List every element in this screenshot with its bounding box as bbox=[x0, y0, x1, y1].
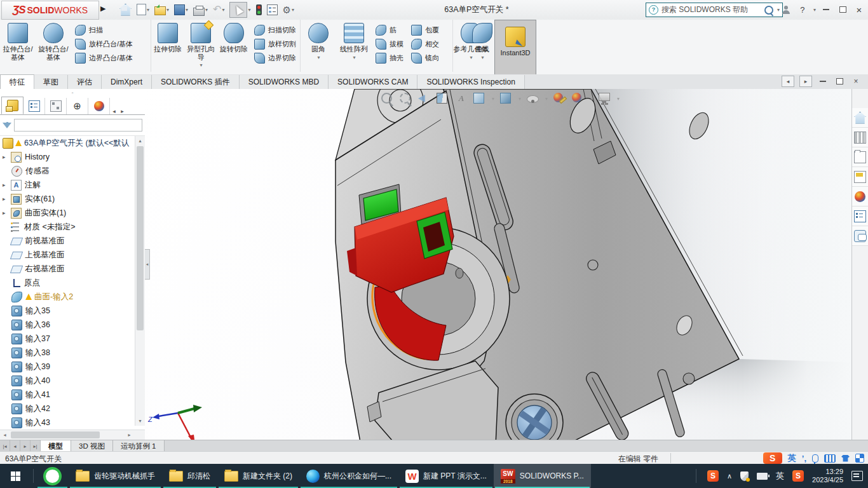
zoom-to-area-button[interactable] bbox=[400, 93, 412, 105]
tab-addins[interactable]: SOLIDWORKS 插件 bbox=[152, 75, 240, 89]
tree-filter-input[interactable] bbox=[14, 119, 142, 132]
hole-wizard-button[interactable]: 异型孔向导 ▾ bbox=[184, 20, 217, 70]
taskbar-item-solidworks[interactable]: SW2018 SOLIDWORKS P... bbox=[494, 464, 591, 488]
tab-features[interactable]: 特征 bbox=[0, 74, 34, 90]
tree-item-import35[interactable]: 输入35 bbox=[0, 304, 145, 318]
sogou-tray-icon[interactable]: S bbox=[707, 470, 719, 482]
tab-model[interactable]: 模型 bbox=[41, 440, 71, 452]
tree-item-solid-bodies[interactable]: ▸实体(61) bbox=[0, 192, 145, 206]
doc-restore-button[interactable] bbox=[834, 76, 845, 86]
next-window-button[interactable]: ▸ bbox=[799, 76, 812, 87]
menu-expand-icon[interactable]: ▶ bbox=[100, 4, 105, 13]
next-tab-button[interactable]: ▸ bbox=[20, 440, 31, 452]
scroll-thumb[interactable] bbox=[11, 431, 100, 438]
panel-splitter-handle[interactable]: ◦ bbox=[0, 89, 145, 96]
curves-button[interactable]: 曲线 ▾ bbox=[470, 20, 494, 62]
sogou-icon[interactable]: S bbox=[763, 452, 782, 464]
fillet-button[interactable]: 圆角 ▾ bbox=[301, 20, 336, 62]
panel-tabs-scroll-left[interactable]: ◂ bbox=[110, 108, 118, 114]
keyboard-icon[interactable] bbox=[824, 454, 836, 463]
tab-property-manager[interactable] bbox=[24, 98, 45, 114]
revolve-cut-button[interactable]: 旋转切除 bbox=[217, 20, 250, 53]
loft-cut-button[interactable]: 放样切割 bbox=[254, 39, 296, 50]
taskpane-view-palette-button[interactable] bbox=[852, 167, 868, 187]
ime-skin-icon[interactable] bbox=[841, 455, 850, 462]
mirror-button[interactable]: 镜向 bbox=[411, 53, 439, 64]
linear-pattern-button[interactable]: 线性阵列 ▾ bbox=[336, 20, 372, 62]
instant3d-button[interactable]: Instant3D bbox=[494, 20, 536, 79]
scroll-right-icon[interactable]: ▸ bbox=[125, 430, 134, 440]
tab-3d-views[interactable]: 3D 视图 bbox=[71, 440, 113, 452]
restore-button[interactable] bbox=[836, 3, 849, 16]
tree-item-top-plane[interactable]: 上视基准面 bbox=[0, 248, 145, 262]
tab-inspection[interactable]: SOLIDWORKS Inspection bbox=[417, 75, 524, 89]
extrude-cut-button[interactable]: 拉伸切除 bbox=[151, 20, 184, 53]
power-icon[interactable] bbox=[757, 473, 768, 480]
previous-view-button[interactable] bbox=[418, 93, 431, 105]
taskbar-item-folder1[interactable]: 齿轮驱动机械抓手 bbox=[69, 464, 162, 488]
shell-button[interactable]: 抽壳 bbox=[376, 53, 403, 64]
tree-item-origin[interactable]: 原点 bbox=[0, 276, 145, 290]
prev-window-button[interactable]: ◂ bbox=[782, 76, 794, 87]
doc-close-button[interactable]: × bbox=[850, 76, 862, 86]
extrude-boss-button[interactable]: 拉伸凸台/基体 bbox=[0, 20, 36, 61]
hide-show-items-button[interactable] bbox=[527, 93, 539, 105]
account-button[interactable] bbox=[780, 3, 792, 16]
panel-tabs-scroll-right[interactable]: ▸ bbox=[118, 108, 126, 114]
rib-button[interactable]: 筋 bbox=[376, 25, 403, 36]
sweep-button[interactable]: 扫描 bbox=[75, 25, 133, 36]
tree-item-import36[interactable]: 输入36 bbox=[0, 318, 145, 332]
save-button[interactable]: ▾ bbox=[174, 3, 188, 17]
tab-display-manager[interactable] bbox=[88, 98, 110, 114]
prev-tab-button[interactable]: ◂ bbox=[10, 440, 20, 452]
print-button[interactable]: ▾ bbox=[193, 3, 208, 17]
scroll-thumb[interactable] bbox=[137, 146, 144, 330]
tray-ime-language[interactable]: 英 bbox=[776, 470, 784, 482]
intersect-button[interactable]: 相交 bbox=[411, 39, 439, 50]
help-button[interactable]: ? bbox=[796, 3, 809, 16]
doc-minimize-button[interactable] bbox=[817, 76, 829, 86]
tree-item-history[interactable]: ▸History bbox=[0, 150, 145, 164]
sogou-tray-icon2[interactable]: S bbox=[792, 470, 804, 482]
tree-item-import41[interactable]: 输入41 bbox=[0, 388, 145, 402]
ime-punctuation-toggle[interactable]: ’, bbox=[802, 454, 806, 463]
tree-vertical-scrollbar[interactable]: ▴ ▾ bbox=[135, 136, 145, 426]
tree-item-import37[interactable]: 输入37 bbox=[0, 332, 145, 346]
ime-toolbox-icon[interactable] bbox=[855, 454, 864, 463]
settings-button[interactable]: ⚙▾ bbox=[283, 3, 294, 17]
start-button[interactable] bbox=[0, 464, 31, 488]
apply-scene-button[interactable] bbox=[572, 93, 585, 105]
options-list-button[interactable] bbox=[267, 3, 278, 17]
tray-expand-icon[interactable]: ∧ bbox=[727, 472, 732, 480]
sweep-cut-button[interactable]: 扫描切除 bbox=[254, 25, 296, 36]
search-input[interactable]: 搜索 SOLIDWORKS 帮助 bbox=[661, 4, 761, 15]
help-dropdown-icon[interactable]: ▾ bbox=[813, 7, 816, 13]
graphics-viewport[interactable]: Z X A ▾ ▾ ▾ ▾ ▾ ◂ bbox=[145, 89, 851, 440]
wrap-button[interactable]: 包覆 bbox=[411, 25, 439, 36]
scroll-up-icon[interactable]: ▴ bbox=[135, 136, 145, 146]
tab-dimxpert[interactable]: DimXpert bbox=[102, 75, 152, 89]
open-button[interactable]: ▾ bbox=[154, 3, 169, 17]
tab-cam[interactable]: SOLIDWORKS CAM bbox=[329, 75, 417, 89]
taskpane-custom-properties-button[interactable] bbox=[852, 207, 868, 226]
close-button[interactable]: × bbox=[853, 3, 865, 16]
taskpane-appearances-button[interactable] bbox=[852, 187, 868, 207]
edit-appearance-button[interactable] bbox=[553, 93, 566, 105]
tree-item-import43[interactable]: 输入43 bbox=[0, 416, 145, 430]
tree-item-import42[interactable]: 输入42 bbox=[0, 402, 145, 416]
tree-item-sensors[interactable]: 传感器 bbox=[0, 164, 145, 178]
panel-collapse-handle[interactable]: ◂ bbox=[145, 249, 150, 280]
tab-configuration-manager[interactable] bbox=[45, 98, 67, 114]
scroll-left-icon[interactable]: ◂ bbox=[0, 430, 10, 440]
tree-item-material[interactable]: 材质 <未指定> bbox=[0, 220, 145, 234]
model-3d[interactable]: Z X bbox=[145, 89, 851, 440]
tray-clock[interactable]: 13:29 2023/4/25 bbox=[812, 468, 843, 484]
filter-funnel-icon[interactable] bbox=[3, 123, 11, 128]
last-tab-button[interactable]: ▸| bbox=[31, 440, 41, 452]
taskpane-design-library-button[interactable] bbox=[852, 128, 868, 147]
taskbar-item-browser[interactable] bbox=[36, 464, 69, 488]
tree-item-import39[interactable]: 输入39 bbox=[0, 360, 145, 374]
taskpane-forum-button[interactable] bbox=[852, 226, 868, 246]
minimize-button[interactable] bbox=[820, 3, 832, 16]
view-settings-button[interactable] bbox=[599, 93, 611, 105]
